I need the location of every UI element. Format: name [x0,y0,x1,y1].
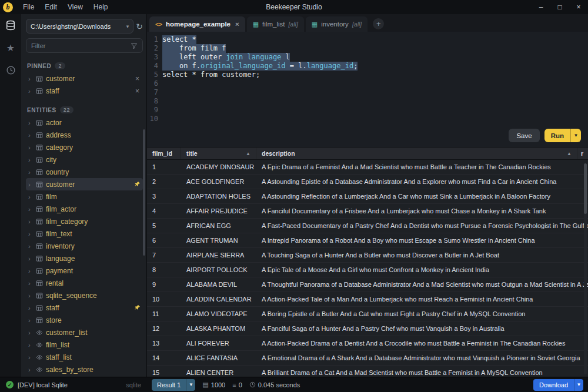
chevron-right-icon[interactable]: › [28,280,33,287]
table-row[interactable]: 4AFFAIR PREJUDICEA Fanciful Documentary … [147,204,588,219]
chevron-right-icon[interactable]: › [28,144,33,151]
entity-item-sales_by_store[interactable]: ›sales_by_store [26,363,143,376]
unpin-close-icon[interactable]: × [134,75,141,83]
chevron-right-icon[interactable]: › [28,119,33,126]
table-row[interactable]: 7AIRPLANE SIERRAA Touching Saga of a Hun… [147,248,588,263]
results-scrollbar[interactable] [584,163,587,374]
chevron-right-icon[interactable]: › [28,181,33,188]
cell-title[interactable]: ALAMO VIDEOTAPE [181,310,256,317]
chevron-right-icon[interactable]: › [28,317,33,324]
table-row[interactable]: 14ALICE FANTASIAA Emotional Drama of a A… [147,351,588,366]
editor-line[interactable]: 5select * from customer; [147,71,588,79]
chevron-right-icon[interactable]: › [28,132,33,139]
maximize-button[interactable]: □ [550,0,569,14]
chevron-right-icon[interactable]: › [28,88,33,95]
save-button[interactable]: Save [509,129,539,142]
entity-item-city[interactable]: ›city [26,153,143,166]
entity-item-inventory[interactable]: ›inventory [26,240,143,252]
table-row[interactable]: 15ALIEN CENTERA Brilliant Drama of a Cat… [147,366,588,377]
sql-editor[interactable]: 1select *2 from film f3 left outer join … [147,32,588,147]
cell-title[interactable]: ALABAMA DEVIL [181,281,256,288]
entity-item-address[interactable]: ›address [26,129,143,141]
table-row[interactable]: 8AIRPORT POLLOCKA Epic Tale of a Moose A… [147,263,588,277]
entity-item-sqlite_sequence[interactable]: ›sqlite_sequence [26,289,143,301]
tab-film_list[interactable]: ▦film_list[all] [247,16,304,32]
cell-title[interactable]: AFRICAN EGG [181,222,256,229]
cell-description[interactable]: A Epic Tale of a Moose And a Girl who mu… [256,266,588,273]
entity-item-language[interactable]: ›language [26,252,143,264]
cell-film-id[interactable]: 3 [147,193,181,200]
table-row[interactable]: 1ACADEMY DINOSAURA Epic Drama of a Femin… [147,160,588,175]
entity-item-country[interactable]: ›country [26,166,143,178]
cell-description[interactable]: A Astounding Reflection of a Lumberjack … [256,193,588,200]
chevron-right-icon[interactable]: › [28,304,33,311]
editor-line[interactable]: 9 [147,106,588,115]
sort-caret-icon[interactable]: ▲ [246,151,250,156]
editor-line[interactable]: 6 [147,79,588,88]
entity-item-rental[interactable]: ›rental [26,277,143,289]
cell-title[interactable]: AIRPORT POLLOCK [181,266,256,273]
chevron-right-icon[interactable]: › [28,156,33,163]
table-row[interactable]: 5AFRICAN EGGA Fast-Paced Documentary of … [147,219,588,233]
cell-title[interactable]: AGENT TRUMAN [181,237,256,244]
table-row[interactable]: 6AGENT TRUMANA Intrepid Panorama of a Ro… [147,233,588,248]
chevron-right-icon[interactable]: › [28,292,33,299]
pinned-item-customer[interactable]: ›customer× [26,72,143,85]
chevron-right-icon[interactable]: › [28,341,33,349]
cell-title[interactable]: ALI FOREVER [181,340,256,347]
cell-description[interactable]: A Boring Epistle of a Butler And a Cat w… [256,310,588,317]
cell-film-id[interactable]: 2 [147,178,181,185]
chevron-right-icon[interactable]: › [28,206,33,213]
entity-item-customer_list[interactable]: ›customer_list [26,326,143,339]
connection-select[interactable]: C:\Users\ghstng\Downloads ▾ [26,19,133,33]
cell-description[interactable]: A Astounding Epistle of a Database Admin… [256,178,588,185]
database-tables-icon[interactable] [4,19,17,32]
entity-filter-input[interactable]: Filter [26,38,143,53]
cell-description[interactable]: A Intrepid Panorama of a Robot And a Boy… [256,237,588,244]
cell-title[interactable]: ADAPTATION HOLES [181,193,256,200]
chevron-right-icon[interactable]: › [28,243,33,250]
cell-description[interactable]: A Fanciful Documentary of a Frisbee And … [256,207,588,215]
download-button[interactable]: Download ▼ [533,379,583,391]
chevron-right-icon[interactable]: › [28,193,33,200]
editor-line[interactable]: 4 on f.original_language_id = l.language… [147,62,588,71]
chevron-right-icon[interactable]: › [28,75,33,82]
menu-help[interactable]: Help [88,0,113,14]
entity-item-staff_list[interactable]: ›staff_list [26,351,143,363]
entity-item-film_actor[interactable]: ›film_actor [26,203,143,215]
chevron-right-icon[interactable]: › [28,218,33,225]
chevron-right-icon[interactable]: › [28,354,33,361]
cell-film-id[interactable]: 9 [147,281,181,288]
new-tab-button[interactable]: + [373,18,384,29]
sidebar-scrollbar[interactable] [143,129,145,256]
cell-film-id[interactable]: 6 [147,237,181,244]
menu-edit[interactable]: Edit [39,0,62,14]
table-row[interactable]: 12ALASKA PHANTOMA Fanciful Saga of a Hun… [147,321,588,336]
pin-icon[interactable] [134,304,141,311]
unpin-close-icon[interactable]: × [134,87,141,95]
minimize-button[interactable]: – [532,0,550,14]
entity-item-film_list[interactable]: ›film_list [26,339,143,351]
favorites-star-icon[interactable]: ★ [4,41,17,54]
editor-line[interactable]: 8 [147,97,588,106]
scrollbar-thumb[interactable] [584,163,587,214]
sort-caret-icon[interactable]: ▲ [567,151,572,156]
cell-film-id[interactable]: 15 [147,369,181,376]
editor-line[interactable]: 7 [147,88,588,97]
pinned-item-staff[interactable]: ›staff× [26,85,143,97]
chevron-right-icon[interactable]: › [28,169,33,176]
tab-inventory[interactable]: ▦inventory[all] [306,16,368,32]
cell-film-id[interactable]: 8 [147,266,181,273]
cell-description[interactable]: A Action-Packed Tale of a Man And a Lumb… [256,296,588,303]
menu-file[interactable]: File [18,0,39,14]
cell-title[interactable]: ACE GOLDFINGER [181,178,256,185]
result-selector-button[interactable]: Result 1 ▼ [152,379,195,391]
cell-film-id[interactable]: 5 [147,222,181,229]
entity-item-store[interactable]: ›store [26,314,143,326]
table-row[interactable]: 2ACE GOLDFINGERA Astounding Epistle of a… [147,175,588,189]
cell-description[interactable]: A Thoughtful Panorama of a Database Admi… [256,281,588,288]
cell-title[interactable]: ALIEN CENTER [181,369,256,376]
entity-item-staff[interactable]: ›staff [26,301,143,314]
cell-description[interactable]: A Brilliant Drama of a Cat And a Mad Sci… [256,369,588,376]
result-caret-icon[interactable]: ▼ [186,379,195,391]
